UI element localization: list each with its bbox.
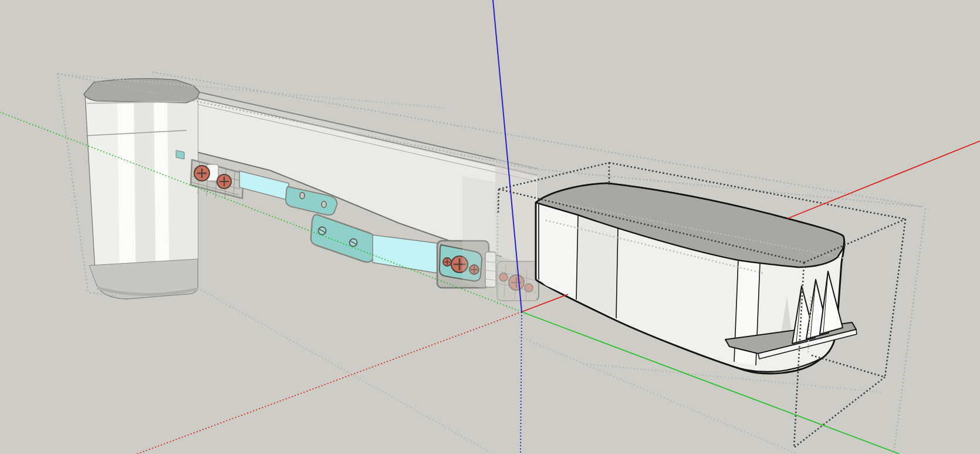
teal-fragment xyxy=(176,150,184,159)
bracket-hole xyxy=(300,193,305,199)
cabinet-post[interactable] xyxy=(84,79,200,299)
modeling-viewport[interactable] xyxy=(0,0,980,454)
edit-context-fade-soft xyxy=(462,176,495,294)
bracket-hole xyxy=(322,201,326,208)
viewport-canvas[interactable] xyxy=(0,0,980,454)
edit-context-fade xyxy=(495,138,536,310)
